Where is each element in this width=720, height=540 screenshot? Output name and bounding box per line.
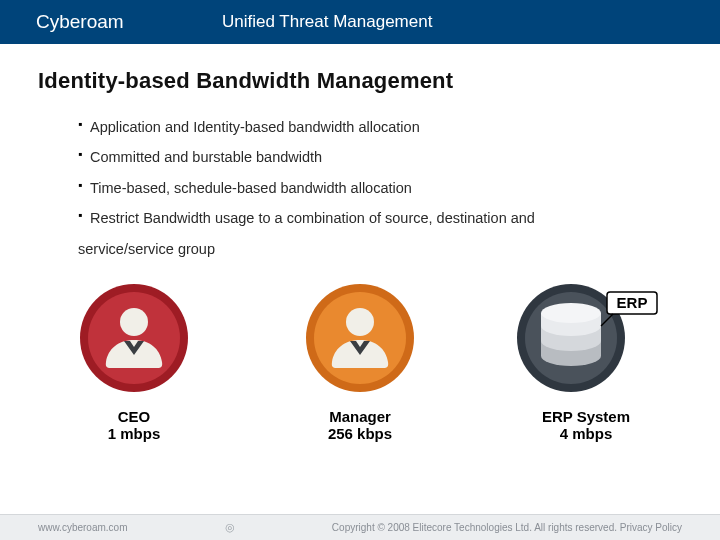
header-tagline: Unified Threat Management bbox=[200, 0, 720, 44]
erp-badge-label: ERP bbox=[617, 294, 648, 311]
bullet-list: Application and Identity-based bandwidth… bbox=[38, 112, 682, 264]
footer-center: ◎ bbox=[127, 521, 331, 534]
role-erp: ERP ERP System 4 mbps bbox=[501, 278, 671, 442]
footer-bar: www.cyberoam.com ◎ Copyright © 2008 Elit… bbox=[0, 514, 720, 540]
role-ceo: CEO 1 mbps bbox=[49, 278, 219, 442]
person-orange-icon bbox=[300, 278, 420, 398]
header-bar: Cyberoam Unified Threat Management bbox=[0, 0, 720, 44]
bullet-4b: service/service group bbox=[78, 234, 682, 264]
svg-point-3 bbox=[314, 292, 406, 384]
footer-copyright: Copyright © 2008 Elitecore Technologies … bbox=[332, 522, 682, 533]
bullet-4a: Restrict Bandwidth usage to a combinatio… bbox=[78, 203, 682, 233]
slide-title: Identity-based Bandwidth Management bbox=[38, 68, 720, 94]
svg-point-12 bbox=[541, 303, 601, 323]
role-manager-name: Manager bbox=[329, 408, 391, 425]
role-manager: Manager 256 kbps bbox=[275, 278, 445, 442]
role-manager-bandwidth: 256 kbps bbox=[328, 425, 392, 442]
brand-name: Cyberoam bbox=[0, 0, 200, 44]
svg-point-1 bbox=[88, 292, 180, 384]
footer-url: www.cyberoam.com bbox=[38, 522, 127, 533]
role-ceo-name: CEO bbox=[118, 408, 151, 425]
person-red-icon bbox=[74, 278, 194, 398]
bullet-1: Application and Identity-based bandwidth… bbox=[78, 112, 682, 142]
server-icon: ERP bbox=[511, 278, 661, 398]
role-ceo-bandwidth: 1 mbps bbox=[108, 425, 161, 442]
bullet-3: Time-based, schedule-based bandwidth all… bbox=[78, 173, 682, 203]
roles-row: CEO 1 mbps Manager 256 kbps bbox=[0, 278, 720, 442]
role-erp-name: ERP System bbox=[542, 408, 630, 425]
bullet-2: Committed and burstable bandwidth bbox=[78, 142, 682, 172]
role-erp-bandwidth: 4 mbps bbox=[560, 425, 613, 442]
